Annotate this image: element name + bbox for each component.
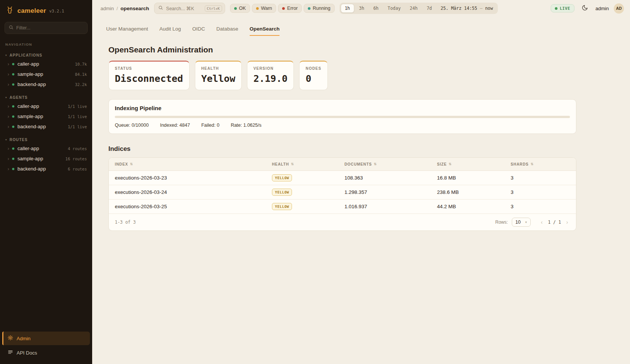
live-toggle[interactable]: LIVE bbox=[551, 4, 574, 12]
theme-toggle[interactable] bbox=[579, 3, 591, 14]
time-range-24h[interactable]: 24h bbox=[406, 4, 422, 13]
stat-card-status: STATUS Disconnected bbox=[108, 61, 190, 90]
sidebar-section-routes: ▾ ROUTES › caller-app 4 routes › sample-… bbox=[0, 136, 92, 174]
column-header-size[interactable]: SIZE ⇅ bbox=[437, 162, 511, 166]
chevron-right-icon: › bbox=[8, 82, 9, 87]
item-badge: 1/1 live bbox=[68, 114, 87, 119]
filter-label: Error bbox=[287, 6, 298, 11]
item-badge: 6 routes bbox=[68, 167, 87, 171]
sidebar-item-backend-app[interactable]: › backend-app 1/1 live bbox=[0, 121, 92, 132]
indices-table: INDEX ⇅ HEALTH ⇅ DOCUMENTS ⇅ SIZE ⇅ bbox=[108, 157, 576, 231]
moon-icon bbox=[582, 5, 588, 12]
filter-error[interactable]: Error bbox=[278, 4, 302, 13]
sidebar-item-sample-app[interactable]: › sample-app 16 routes bbox=[0, 154, 92, 164]
table-row[interactable]: executions-2026-03-25 YELLOW 1.016.937 4… bbox=[109, 200, 576, 214]
rows-per-page-label: Rows: bbox=[495, 220, 508, 225]
chevron-right-icon: › bbox=[8, 146, 9, 151]
cell-shards: 3 bbox=[511, 204, 570, 209]
rows-per-page-value: 10 bbox=[516, 220, 521, 225]
rows-per-page-select[interactable]: 10 ▾ bbox=[512, 218, 531, 227]
sidebar-item-caller-app[interactable]: › caller-app 10.7k bbox=[0, 59, 92, 69]
username: admin bbox=[596, 6, 609, 11]
health-badge: YELLOW bbox=[272, 189, 292, 196]
app-version: v3.2.1 bbox=[49, 9, 64, 14]
sidebar-item-backend-app[interactable]: › backend-app 6 routes bbox=[0, 164, 92, 174]
chevron-right-icon: › bbox=[8, 124, 9, 129]
health-badge: YELLOW bbox=[272, 174, 292, 181]
table-header-row: INDEX ⇅ HEALTH ⇅ DOCUMENTS ⇅ SIZE ⇅ bbox=[109, 158, 576, 171]
section-header-routes[interactable]: ▾ ROUTES bbox=[0, 136, 92, 143]
sort-icon: ⇅ bbox=[130, 162, 133, 166]
item-badge: 16 routes bbox=[65, 157, 87, 161]
page-title: OpenSearch Administration bbox=[108, 45, 630, 54]
sidebar-item-caller-app[interactable]: › caller-app 4 routes bbox=[0, 143, 92, 154]
warn-status-dot bbox=[256, 7, 259, 10]
item-label: sample-app bbox=[17, 71, 43, 77]
pipeline-rate: Rate: 1.0625/s bbox=[231, 123, 261, 128]
pipeline-stats: Queue: 0/10000 Indexed: 4847 Failed: 0 R… bbox=[115, 123, 570, 128]
section-header-applications[interactable]: ▾ APPLICATIONS bbox=[0, 52, 92, 59]
sidebar: cameleer v3.2.1 NAVIGATION ▾ APPLICATION… bbox=[0, 0, 92, 364]
main-area: admin / opensearch Search... ⌘K Ctrl+K O… bbox=[92, 0, 630, 364]
breadcrumb-separator: / bbox=[116, 6, 118, 11]
sidebar-item-caller-app[interactable]: › caller-app 1/1 live bbox=[0, 101, 92, 111]
tab-oidc[interactable]: OIDC bbox=[192, 26, 205, 36]
tab-database[interactable]: Database bbox=[216, 26, 238, 36]
time-range-today[interactable]: Today bbox=[383, 4, 405, 13]
cell-size: 16.8 MB bbox=[437, 175, 511, 181]
table-row[interactable]: executions-2026-03-24 YELLOW 1.298.357 2… bbox=[109, 185, 576, 200]
prev-page-button[interactable]: ‹ bbox=[539, 218, 545, 226]
cell-shards: 3 bbox=[511, 189, 570, 195]
breadcrumb: admin / opensearch bbox=[100, 6, 149, 11]
item-badge: 1/1 live bbox=[68, 104, 87, 109]
indexing-pipeline-card: Indexing Pipeline Queue: 0/10000 Indexed… bbox=[108, 99, 576, 134]
page-indicator: 1 / 1 bbox=[548, 220, 561, 225]
global-search[interactable]: Search... ⌘K Ctrl+K bbox=[154, 3, 225, 14]
search-icon bbox=[158, 5, 163, 12]
time-range-7d[interactable]: 7d bbox=[423, 4, 436, 13]
section-label: ROUTES bbox=[9, 138, 28, 142]
sort-icon: ⇅ bbox=[531, 162, 534, 166]
sidebar-item-admin[interactable]: Admin bbox=[2, 332, 90, 345]
time-range-6h[interactable]: 6h bbox=[369, 4, 383, 13]
section-header-agents[interactable]: ▾ AGENTS bbox=[0, 94, 92, 101]
search-placeholder: Search... ⌘K bbox=[166, 6, 202, 11]
cell-health: YELLOW bbox=[272, 174, 344, 181]
next-page-button[interactable]: › bbox=[564, 218, 570, 226]
status-dot bbox=[12, 83, 14, 86]
breadcrumb-parent[interactable]: admin bbox=[100, 6, 114, 11]
chevron-right-icon: › bbox=[8, 166, 9, 171]
time-range-3h[interactable]: 3h bbox=[355, 4, 369, 13]
sidebar-filter-input[interactable] bbox=[16, 25, 83, 31]
sidebar-item-backend-app[interactable]: › backend-app 32.2k bbox=[0, 79, 92, 89]
time-range-selector: 1h 3h 6h Today 24h 7d 25. März 14:55 — n… bbox=[340, 3, 498, 14]
tab-opensearch[interactable]: OpenSearch bbox=[250, 26, 280, 36]
gear-icon bbox=[8, 335, 13, 342]
range-dash: — bbox=[480, 6, 482, 11]
logo[interactable]: cameleer v3.2.1 bbox=[0, 0, 92, 21]
time-range-1h[interactable]: 1h bbox=[341, 4, 354, 13]
stat-value: Yellow bbox=[201, 73, 235, 84]
cell-health: YELLOW bbox=[272, 203, 344, 210]
sidebar-item-api-docs[interactable]: API Docs bbox=[2, 346, 90, 359]
item-label: sample-app bbox=[17, 114, 43, 119]
item-label: caller-app bbox=[17, 103, 39, 109]
sidebar-filter[interactable] bbox=[5, 22, 88, 34]
filter-ok[interactable]: OK bbox=[230, 4, 250, 13]
tab-user-management[interactable]: User Management bbox=[106, 26, 148, 36]
tab-audit-log[interactable]: Audit Log bbox=[159, 26, 181, 36]
stat-card-health: HEALTH Yellow bbox=[195, 61, 242, 90]
avatar[interactable]: AD bbox=[614, 3, 624, 14]
column-header-health[interactable]: HEALTH ⇅ bbox=[272, 162, 344, 166]
status-dot bbox=[12, 126, 14, 128]
sidebar-item-sample-app[interactable]: › sample-app 1/1 live bbox=[0, 111, 92, 121]
filter-warn[interactable]: Warn bbox=[252, 4, 276, 13]
column-header-documents[interactable]: DOCUMENTS ⇅ bbox=[344, 162, 437, 166]
filter-running[interactable]: Running bbox=[304, 4, 335, 13]
column-header-index[interactable]: INDEX ⇅ bbox=[115, 162, 272, 166]
column-header-shards[interactable]: SHARDS ⇅ bbox=[511, 162, 570, 166]
table-row[interactable]: executions-2026-03-23 YELLOW 108.363 16.… bbox=[109, 171, 576, 185]
sidebar-item-sample-app[interactable]: › sample-app 84.1k bbox=[0, 69, 92, 79]
item-badge: 10.7k bbox=[75, 62, 87, 66]
health-badge: YELLOW bbox=[272, 203, 292, 210]
